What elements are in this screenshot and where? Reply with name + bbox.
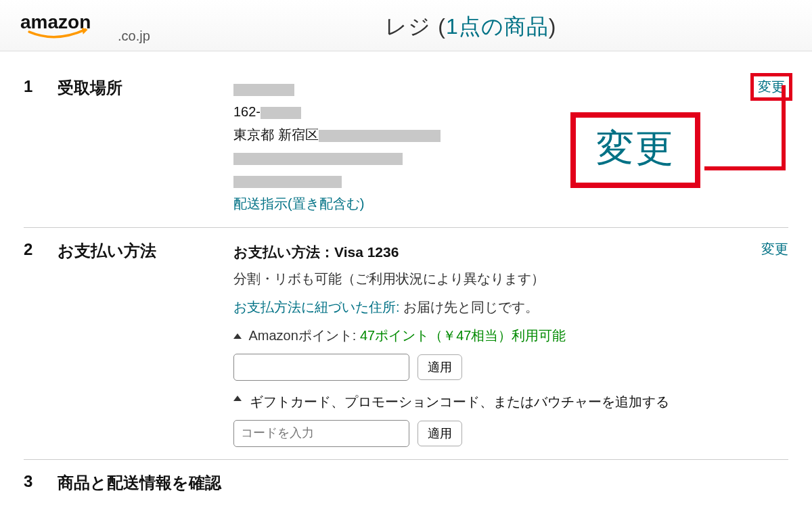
annotation-connector-v	[782, 85, 786, 166]
points-row[interactable]: Amazonポイント: 47ポイント（￥47相当）利用可能	[233, 324, 761, 347]
annotation-highlight-small: 変更	[750, 73, 792, 101]
city-prefix: 東京都 新宿区	[233, 127, 319, 142]
redacted-line4	[233, 153, 403, 165]
billing-address-value: お届け先と同じです。	[400, 300, 539, 314]
points-label: Amazonポイント:	[248, 328, 359, 343]
item-count-link[interactable]: 1点の商品	[446, 14, 549, 39]
annotation-connector-h	[704, 166, 786, 170]
svg-text:amazon: amazon	[20, 11, 91, 32]
chevron-up-icon	[233, 333, 242, 339]
billing-address-label[interactable]: お支払方法に紐づいた住所:	[233, 300, 400, 314]
annotation-callout-big: 変更	[570, 112, 700, 188]
redacted-street	[319, 130, 441, 142]
amazon-logo-icon: amazon	[20, 10, 115, 41]
points-available: 47ポイント（￥47相当）利用可能	[360, 328, 566, 343]
gift-card-expander[interactable]: ギフトカード、プロモーションコード、またはバウチャーを追加する	[233, 390, 673, 413]
chevron-up-icon	[233, 396, 242, 401]
page-title: レジ (1点の商品)	[150, 12, 792, 42]
section-number: 1	[24, 77, 58, 215]
section-title: 受取場所	[58, 77, 233, 215]
promo-code-input[interactable]	[233, 420, 409, 447]
delivery-instructions-link[interactable]: 配送指示(置き配含む)	[233, 192, 788, 215]
section-shipping: 1 受取場所 162- 東京都 新宿区 配送指示(置き配含む) 変更 変更	[24, 65, 788, 228]
redacted-postal	[261, 107, 301, 119]
section-title: 商品と配送情報を確認	[58, 472, 221, 494]
redacted-name	[233, 84, 294, 96]
page-header: amazon .co.jp レジ (1点の商品)	[0, 0, 812, 51]
section-number: 3	[24, 472, 58, 494]
checkout-content: 1 受取場所 162- 東京都 新宿区 配送指示(置き配含む) 変更 変更 2 …	[0, 51, 812, 516]
apply-code-button[interactable]: 適用	[418, 421, 462, 446]
postal-prefix: 162-	[233, 104, 261, 119]
section-review: 3 商品と配送情報を確認	[24, 460, 788, 506]
redacted-line5	[233, 176, 342, 188]
section-number: 2	[24, 240, 58, 447]
section-title: お支払い方法	[58, 240, 233, 447]
section-payment: 2 お支払い方法 お支払い方法：Visa 1236 分割・リボも可能（ご利用状況…	[24, 228, 788, 460]
apply-points-button[interactable]: 適用	[418, 354, 462, 380]
points-input[interactable]	[233, 354, 409, 381]
gift-card-label: ギフトカード、プロモーションコード、またはバウチャーを追加する	[250, 390, 669, 413]
payment-body: お支払い方法：Visa 1236 分割・リボも可能（ご利用状況により異なります）…	[233, 240, 761, 447]
installment-note: 分割・リボも可能（ご利用状況により異なります）	[233, 267, 761, 290]
payment-method-title: お支払い方法：Visa 1236	[233, 240, 761, 264]
logo[interactable]: amazon .co.jp	[20, 10, 150, 44]
shipping-address: 162- 東京都 新宿区 配送指示(置き配含む)	[233, 77, 788, 215]
logo-tld: .co.jp	[118, 28, 150, 44]
change-payment-link[interactable]: 変更	[761, 240, 788, 447]
